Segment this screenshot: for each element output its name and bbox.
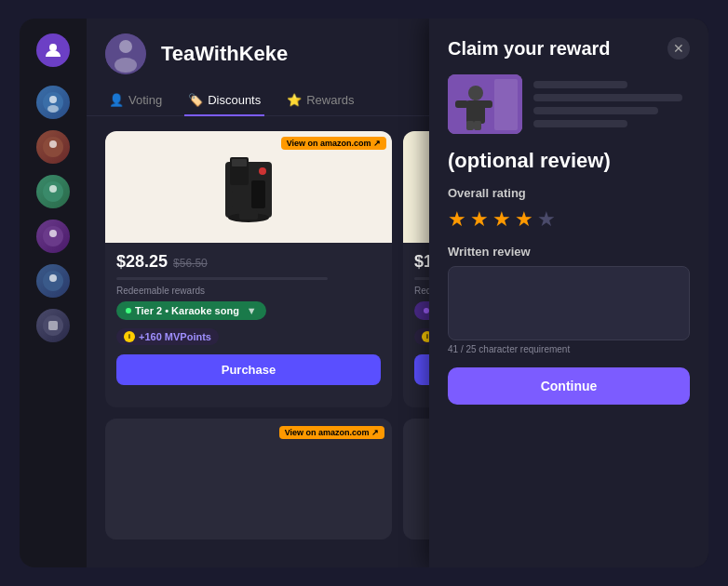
discounts-icon: 🏷️ [188,93,203,107]
svg-rect-37 [474,121,481,130]
svg-rect-22 [239,210,258,220]
svg-point-0 [49,44,57,51]
sidebar-avatar-4[interactable] [36,220,70,253]
channel-name: TeaWithKeke [161,42,288,66]
star-4[interactable]: ★ [515,207,533,232]
modal-header: Claim your reward ✕ [448,37,690,60]
star-1[interactable]: ★ [448,207,466,232]
product-image-3: View on amazon.com ↗ [105,419,392,539]
sidebar-avatar-1[interactable] [36,86,70,119]
svg-point-15 [119,40,132,53]
svg-rect-34 [455,100,468,108]
svg-point-11 [49,274,57,282]
channel-avatar [105,33,146,74]
product-info-1: $28.25 $56.50 Redeemable rewards Tier 2 … [105,243,392,394]
product-line-2 [533,94,682,101]
svg-rect-13 [48,321,58,330]
sidebar-avatar-6[interactable] [36,309,70,342]
redeemable-label-1: Redeemable rewards [116,286,381,296]
svg-point-7 [49,185,57,193]
modal-product-info [533,74,690,134]
svg-point-5 [49,140,57,148]
purchase-button-1[interactable]: Purchase [116,354,381,385]
product-card-1: View on amazon.com ↗ $28.25 $56.50 Redee… [105,131,392,407]
amazon-link-1[interactable]: View on amazon.com ↗ [281,137,386,150]
star-3[interactable]: ★ [492,207,511,232]
svg-point-23 [259,167,266,175]
svg-point-9 [49,230,57,237]
svg-rect-24 [225,190,233,208]
svg-rect-20 [251,180,265,208]
close-modal-button[interactable]: ✕ [667,37,690,60]
modal-product-thumbnail [448,74,522,134]
tab-discounts[interactable]: 🏷️ Discounts [184,86,264,116]
product-card-3: View on amazon.com ↗ [105,419,392,539]
star-5[interactable]: ★ [537,207,556,232]
sidebar-avatar-5[interactable] [36,264,70,298]
product-line-4 [533,120,627,127]
svg-point-3 [47,105,59,113]
tab-voting[interactable]: 👤 Voting [105,86,166,116]
price-original-1: $56.50 [173,257,208,270]
price-main-1: $28.25 [116,252,168,272]
product-line-3 [533,107,658,114]
app-container: TeaWithKeke Goal: IRL Trip Stream! 750 /… [20,19,708,567]
svg-rect-38 [494,79,518,130]
product-image-1: View on amazon.com ↗ [105,131,392,243]
claim-reward-modal: Claim your reward ✕ [429,19,708,567]
product-line-1 [533,81,627,88]
svg-point-32 [468,86,483,100]
modal-product-section [448,74,690,134]
svg-rect-19 [232,159,247,166]
star-rating[interactable]: ★ ★ ★ ★ ★ [448,207,690,232]
written-review-label: Written review [448,245,690,259]
optional-review-title: (optional review) [448,149,690,173]
char-requirement: 41 / 25 character requirement [448,344,690,354]
reward-tier-1[interactable]: Tier 2 • Karaoke song ▼ [116,301,266,320]
sidebar-avatar-3[interactable] [36,175,70,208]
star-2[interactable]: ★ [470,207,489,232]
svg-point-2 [49,96,57,103]
sidebar-user-icon[interactable] [36,33,70,67]
review-textarea[interactable] [448,266,690,340]
sidebar [20,19,87,567]
overall-rating-label: Overall rating [448,186,690,200]
mvpoints-1: i +160 MVPoints [116,328,219,345]
continue-button[interactable]: Continue [448,367,690,405]
rewards-icon: ⭐ [287,93,302,107]
svg-point-16 [115,58,137,73]
svg-rect-36 [466,121,474,130]
voting-icon: 👤 [109,93,124,107]
price-bar-1 [116,277,328,280]
amazon-link-3[interactable]: View on amazon.com ↗ [279,426,384,439]
modal-product-image [448,74,522,134]
sidebar-avatar-2[interactable] [36,130,70,164]
tab-rewards[interactable]: ⭐ Rewards [283,86,357,116]
mvpoints-icon-1: i [124,331,135,342]
coffee-maker-svg [207,143,290,232]
modal-title: Claim your reward [448,38,611,60]
svg-rect-35 [479,100,492,108]
